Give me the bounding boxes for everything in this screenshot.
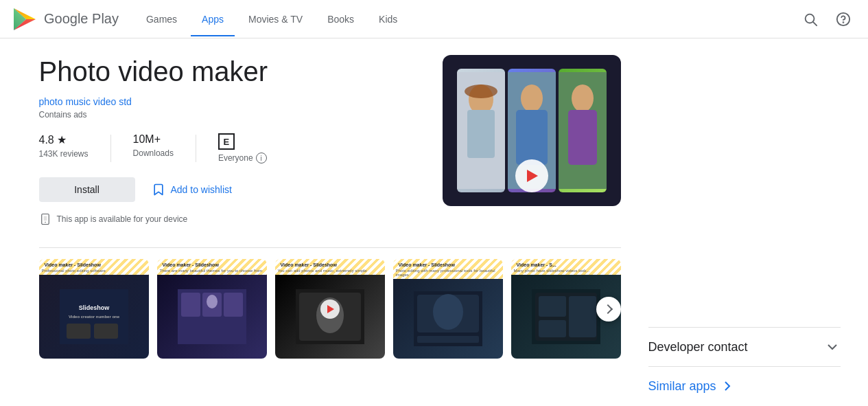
google-play-icon <box>11 5 38 33</box>
install-button[interactable]: Install <box>39 177 135 202</box>
app-info: Photo video maker photo music video std … <box>39 55 421 225</box>
nav-books[interactable]: Books <box>316 8 365 30</box>
help-button[interactable] <box>830 5 857 33</box>
ss4-title: Video maker - Slideshow <box>396 261 500 269</box>
screenshot-4-header: Video maker - Slideshow Photo editing wi… <box>393 259 503 279</box>
screenshot-2[interactable]: Video maker - Slideshow There are many b… <box>157 259 267 359</box>
photo-silhouette-1 <box>457 72 505 189</box>
everyone-row: Everyone i <box>218 153 267 163</box>
ss1-body: Slideshow Video creator number one <box>39 275 149 359</box>
ss2-visual <box>178 289 246 344</box>
svg-rect-41 <box>539 320 566 337</box>
svg-rect-37 <box>417 336 479 343</box>
ss5-title: Video maker - S... <box>514 261 618 269</box>
ss2-title: Video maker - Slideshow <box>160 261 264 269</box>
similar-apps-section: Similar apps <box>648 366 841 405</box>
screenshot-1[interactable]: Video maker - Slideshow Professional pho… <box>39 259 149 359</box>
action-buttons-row: Install Add to wishlist <box>39 177 421 202</box>
wishlist-btn-label: Add to wishlist <box>171 184 232 195</box>
ss3-title: Video maker - Slideshow <box>278 261 382 269</box>
ss2-subtitle: There are many beautiful themes for you … <box>160 269 264 273</box>
ss1-title: Video maker - Slideshow <box>42 261 146 269</box>
play-icon <box>327 305 334 313</box>
screenshots-section: Video maker - Slideshow Professional pho… <box>39 247 621 370</box>
hero-photo-3 <box>559 69 607 192</box>
app-main-content: Photo video maker photo music video std … <box>39 38 621 406</box>
star-icon: ★ <box>57 133 67 146</box>
ss4-subtitle: Photo editing with many professional too… <box>396 269 500 277</box>
divider-2 <box>196 135 196 162</box>
content-rating-code: E <box>218 133 235 150</box>
screenshot-2-bg: Video maker - Slideshow There are many b… <box>157 259 267 359</box>
downloads-label: Downloads <box>133 148 174 158</box>
svg-rect-42 <box>569 296 596 337</box>
nav-apps[interactable]: Apps <box>191 8 235 30</box>
device-notice: This app is available for your device <box>39 213 421 225</box>
nav-games[interactable]: Games <box>135 8 188 30</box>
svg-point-7 <box>843 22 844 23</box>
screenshot-4[interactable]: Video maker - Slideshow Photo editing wi… <box>393 259 503 359</box>
svg-rect-40 <box>539 296 566 317</box>
search-button[interactable] <box>797 5 824 33</box>
rating-reviews: 143K reviews <box>39 149 89 159</box>
ss4-visual <box>414 291 482 346</box>
developer-contact-section[interactable]: Developer contact <box>648 327 841 366</box>
divider-1 <box>110 135 111 162</box>
content-rating-block: E Everyone i <box>218 133 267 163</box>
hero-image-area <box>443 55 621 225</box>
nav-kids[interactable]: Kids <box>368 8 408 30</box>
developer-link[interactable]: photo music video std <box>39 96 132 107</box>
device-icon <box>39 213 51 225</box>
expand-icon <box>824 339 841 355</box>
rating-row: 4.8 ★ 143K reviews 10M+ Downloads <box>39 133 421 163</box>
header-icon-group <box>797 5 857 33</box>
content-rating-label: Everyone <box>218 153 253 163</box>
svg-rect-29 <box>224 293 243 317</box>
screenshot-5-header: Video maker - S... Many photo have slide… <box>511 259 621 275</box>
app-header-section: Photo video maker photo music video std … <box>39 38 621 242</box>
screenshot-1-bg: Video maker - Slideshow Professional pho… <box>39 259 149 359</box>
rating-block: 4.8 ★ 143K reviews <box>39 133 89 159</box>
main-content-area: Photo video maker photo music video std … <box>23 38 846 406</box>
nav-movies-tv[interactable]: Movies & TV <box>237 8 314 30</box>
bookmark-icon <box>152 183 165 196</box>
arrow-right-icon <box>719 378 736 394</box>
ss5-subtitle: Many photo have slideshow videos look... <box>514 269 618 273</box>
main-nav: Games Apps Movies & TV Books Kids <box>135 8 797 30</box>
rating-number: 4.8 <box>39 134 54 146</box>
screenshot-1-header: Video maker - Slideshow Professional pho… <box>39 259 149 275</box>
svg-point-16 <box>521 84 543 112</box>
ss1-subtitle: Professional photo editing software <box>42 269 146 273</box>
logo-text-label: Google Play <box>44 11 119 27</box>
app-title: Photo video maker <box>39 55 421 88</box>
svg-point-14 <box>465 84 497 98</box>
similar-apps-label: Similar apps <box>648 379 716 394</box>
rating-value: 4.8 ★ <box>39 133 67 146</box>
downloads-value: 10M+ <box>133 133 161 146</box>
svg-rect-24 <box>67 324 91 339</box>
app-header: Google Play Games Apps Movies & TV Books… <box>0 0 868 38</box>
content-rating-info-icon[interactable]: i <box>256 153 267 163</box>
screenshot-3-play-button[interactable] <box>320 300 340 319</box>
screenshot-3[interactable]: Video maker - Slideshow You can add phot… <box>275 259 385 359</box>
ss5-visual <box>532 289 600 344</box>
hero-play-button[interactable] <box>515 159 548 192</box>
svg-text:Video creator number one: Video creator number one <box>68 315 119 319</box>
chevron-right-icon <box>602 304 612 313</box>
screenshot-4-bg: Video maker - Slideshow Photo editing wi… <box>393 259 503 359</box>
svg-rect-13 <box>467 110 495 158</box>
svg-point-10 <box>45 222 46 223</box>
hero-container[interactable] <box>443 55 621 206</box>
device-notice-text: This app is available for your device <box>57 214 188 224</box>
similar-apps-link[interactable]: Similar apps <box>648 378 736 394</box>
svg-point-19 <box>572 84 594 112</box>
svg-rect-17 <box>516 110 548 165</box>
play-triangle-icon <box>527 170 538 182</box>
google-play-logo[interactable]: Google Play <box>11 5 119 33</box>
wishlist-button[interactable]: Add to wishlist <box>146 177 237 202</box>
svg-rect-20 <box>568 110 597 165</box>
developer-contact-label: Developer contact <box>648 340 748 354</box>
screenshots-scroll-right-button[interactable] <box>596 297 621 322</box>
sidebar: Developer contact Similar apps <box>648 38 841 406</box>
svg-line-5 <box>813 22 817 25</box>
